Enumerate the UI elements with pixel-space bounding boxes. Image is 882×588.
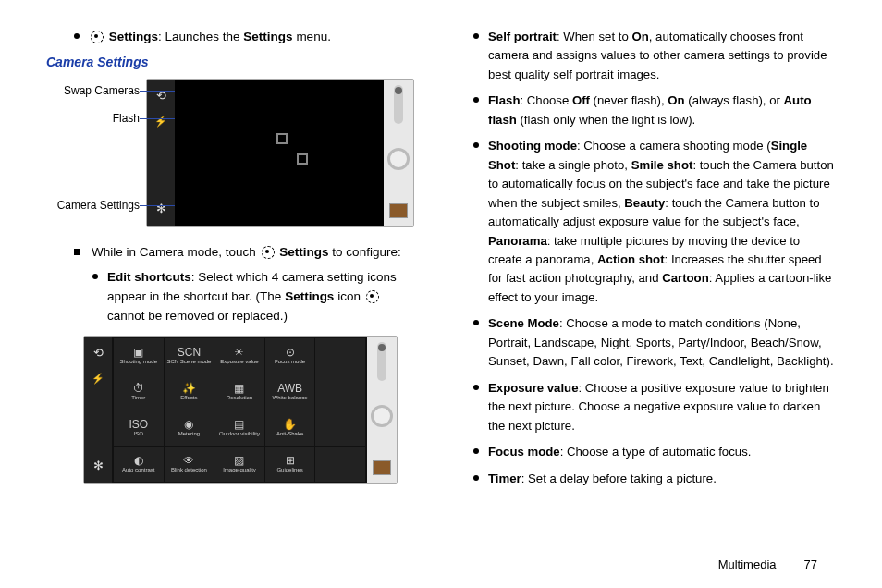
- settings-grid-cell[interactable]: ⊙Focus mode: [265, 338, 315, 374]
- feature-text: Self portrait: When set to On, automatic…: [488, 28, 836, 84]
- viewfinder: [175, 80, 384, 226]
- last-photo-thumbnail[interactable]: [389, 203, 408, 218]
- settings-grid-cell[interactable]: ◐Auto contrast: [114, 447, 164, 482]
- settings-grid-cell: [315, 374, 365, 410]
- setting-label: SCN Scene mode: [166, 359, 211, 364]
- camera-right-bar: [367, 337, 397, 483]
- setting-label: ISO: [134, 431, 143, 436]
- settings-grid-cell[interactable]: AWBWhite balance: [265, 374, 315, 410]
- feature-text: Flash: Choose Off (never flash), On (alw…: [488, 92, 836, 129]
- callout-swap-cameras: Swap Cameras: [64, 84, 140, 97]
- bullet-icon: [473, 385, 479, 390]
- flash-icon[interactable]: [151, 112, 171, 132]
- mode-toggle[interactable]: [394, 85, 403, 124]
- focus-bracket-icon: [276, 133, 288, 144]
- setting-icon: ◉: [184, 419, 193, 430]
- setting-icon: ◐: [134, 455, 143, 466]
- feature-item: Scene Mode: Choose a mode to match condi…: [473, 314, 836, 371]
- setting-icon: 👁: [183, 455, 194, 466]
- setting-icon: ▤: [234, 419, 244, 430]
- settings-grid-cell[interactable]: ISOISO: [114, 410, 164, 446]
- feature-item: Shooting mode: Choose a camera shooting …: [473, 137, 836, 307]
- settings-grid-cell[interactable]: ▣Shooting mode: [114, 338, 164, 374]
- footer-page-number: 77: [804, 557, 817, 571]
- while-in-camera-line: While in Camera mode, touch Settings to …: [74, 243, 414, 263]
- shutter-button[interactable]: [387, 148, 410, 170]
- camera-settings-icon[interactable]: [151, 199, 171, 219]
- camera-settings-heading: Camera Settings: [46, 55, 414, 69]
- settings-grid-cell[interactable]: ⊞Guidelines: [265, 447, 315, 482]
- gear-icon: [366, 290, 379, 303]
- setting-label: Timer: [131, 395, 145, 400]
- settings-grid-cell: [315, 447, 365, 482]
- setting-icon: SCN: [178, 347, 201, 358]
- setting-icon: ☀: [234, 347, 244, 358]
- settings-grid-cell[interactable]: SCNSCN Scene mode: [165, 338, 214, 374]
- footer-section: Multimedia: [718, 557, 777, 571]
- swap-cameras-icon[interactable]: [88, 343, 108, 363]
- setting-label: Focus mode: [275, 359, 305, 364]
- settings-strong: Settings: [109, 30, 158, 43]
- feature-item: Self portrait: When set to On, automatic…: [473, 28, 836, 84]
- setting-label: Resolution: [227, 395, 252, 400]
- feature-text: Timer: Set a delay before taking a pictu…: [488, 470, 717, 488]
- shutter-button[interactable]: [371, 405, 393, 427]
- feature-item: Flash: Choose Off (never flash), On (alw…: [473, 92, 836, 129]
- settings-launches-line: Settings: Launches the Settings menu.: [74, 28, 414, 47]
- feature-item: Timer: Set a delay before taking a pictu…: [473, 470, 836, 488]
- setting-label: Guidelines: [276, 467, 302, 472]
- last-photo-thumbnail[interactable]: [373, 460, 391, 475]
- settings-grid-cell: [315, 338, 365, 374]
- setting-icon: ✨: [182, 383, 196, 394]
- setting-label: White balance: [273, 395, 308, 400]
- setting-label: Anti-Shake: [276, 431, 303, 436]
- settings-grid: ▣Shooting modeSCNSCN Scene mode☀Exposure…: [112, 337, 367, 483]
- bullet-icon: [74, 33, 80, 39]
- flash-icon[interactable]: [88, 369, 108, 389]
- settings-grid-cell[interactable]: ▨Image quality: [214, 447, 264, 482]
- feature-text: Scene Mode: Choose a mode to match condi…: [488, 314, 836, 371]
- gear-icon: [91, 31, 104, 43]
- phone-mock-viewfinder: [146, 79, 414, 227]
- setting-label: Metering: [178, 431, 200, 436]
- setting-icon: ⊞: [286, 455, 295, 466]
- bullet-icon: [473, 320, 479, 325]
- setting-icon: ISO: [129, 419, 148, 430]
- bullet-icon: [473, 475, 479, 481]
- bullet-icon: [473, 33, 479, 39]
- setting-label: Auto contrast: [122, 467, 154, 472]
- square-bullet-icon: [74, 249, 80, 255]
- setting-label: Outdoor visibility: [219, 431, 260, 436]
- camera-viewfinder-figure: Swap Cameras Flash Camera Settings: [46, 79, 414, 227]
- feature-text: Exposure value: Choose a positive exposu…: [488, 379, 836, 435]
- settings-grid-cell[interactable]: ◉Metering: [165, 410, 214, 446]
- settings-grid-cell[interactable]: 👁Blink detection: [165, 447, 214, 482]
- swap-cameras-icon[interactable]: [151, 86, 171, 106]
- settings-grid-cell[interactable]: ✋Anti-Shake: [265, 410, 315, 446]
- settings-grid-cell[interactable]: ▦Resolution: [214, 374, 264, 410]
- settings-grid-cell[interactable]: ✨Effects: [165, 374, 214, 410]
- edit-shortcuts-line: Edit shortcuts: Select which 4 camera se…: [92, 268, 414, 326]
- setting-label: Shooting mode: [120, 359, 157, 364]
- setting-icon: ⏱: [133, 383, 144, 394]
- feature-text: Shooting mode: Choose a camera shooting …: [488, 137, 836, 307]
- setting-label: Exposure value: [220, 359, 258, 364]
- settings-grid-cell[interactable]: ▤Outdoor visibility: [214, 410, 264, 446]
- mode-toggle[interactable]: [377, 342, 386, 381]
- camera-shortcut-bar: [147, 80, 175, 226]
- settings-grid-cell[interactable]: ⏱Timer: [114, 374, 164, 410]
- bullet-icon: [473, 448, 479, 454]
- settings-grid-cell[interactable]: ☀Exposure value: [214, 338, 264, 374]
- callout-flash: Flash: [113, 112, 140, 125]
- feature-item: Focus mode: Choose a type of automatic f…: [473, 443, 836, 461]
- setting-icon: ▦: [234, 383, 244, 394]
- setting-icon: ▨: [234, 455, 244, 466]
- feature-list: Self portrait: When set to On, automatic…: [460, 28, 836, 570]
- settings-grid-cell: [315, 410, 365, 446]
- camera-settings-icon[interactable]: [88, 456, 108, 476]
- camera-shortcut-bar: [84, 337, 112, 483]
- setting-label: Effects: [180, 395, 197, 400]
- phone-mock-settings-grid: ▣Shooting modeSCNSCN Scene mode☀Exposure…: [83, 336, 398, 484]
- setting-label: Image quality: [223, 467, 256, 472]
- callout-camera-settings: Camera Settings: [57, 199, 140, 212]
